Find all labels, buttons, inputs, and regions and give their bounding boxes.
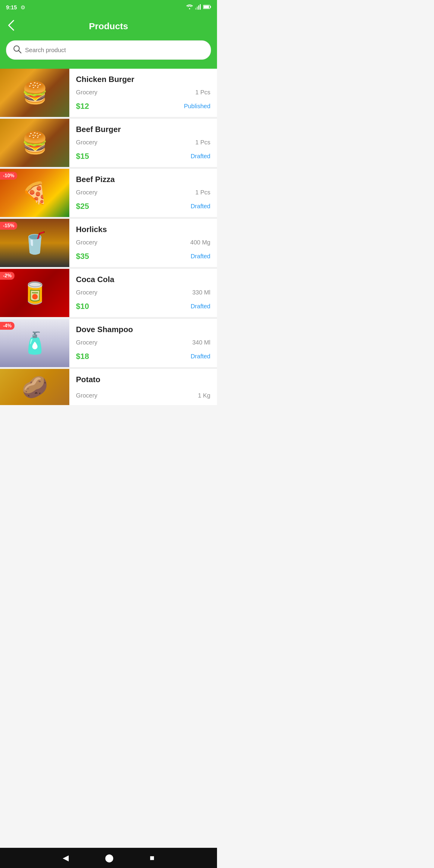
product-category: Grocery [76, 239, 97, 246]
product-meta: Grocery330 Ml [76, 289, 210, 296]
product-name: Beef Pizza [76, 175, 210, 184]
product-category: Grocery [76, 289, 97, 296]
product-price: $10 [76, 302, 89, 311]
product-info: Chicken BurgerGrocery1 Pcs$12Published [69, 69, 217, 117]
status-time: 9:15 [6, 4, 17, 11]
product-bottom: $12Published [76, 101, 210, 111]
product-unit: 1 Pcs [195, 89, 210, 96]
product-category: Grocery [76, 189, 97, 196]
product-category: Grocery [76, 339, 97, 346]
product-bottom: $25Drafted [76, 202, 210, 211]
product-name: Beef Burger [76, 125, 210, 134]
product-meta: Grocery340 Ml [76, 339, 210, 346]
product-image-chicken-burger: 🍔 [0, 69, 69, 117]
search-icon [13, 45, 22, 55]
product-bottom: $35Drafted [76, 252, 210, 261]
product-price: $35 [76, 252, 89, 261]
product-image-beef-pizza: 🍕-10% [0, 169, 69, 217]
search-input[interactable] [25, 47, 204, 54]
product-name: Horlicks [76, 225, 210, 234]
svg-rect-5 [204, 6, 209, 8]
product-bottom: $18Drafted [76, 352, 210, 361]
svg-line-8 [19, 51, 21, 53]
product-image-potato: 🥔 [0, 369, 69, 405]
product-info: PotatoGrocery1 Kg [69, 369, 217, 405]
product-info: Coca ColaGrocery330 Ml$10Drafted [69, 269, 217, 317]
product-image-horlicks: 🥤-15% [0, 219, 69, 267]
signal-icon [195, 4, 201, 11]
search-box[interactable] [6, 40, 211, 60]
product-info: Dove ShampooGrocery340 Ml$18Drafted [69, 319, 217, 367]
discount-badge: -2% [0, 272, 14, 280]
product-category: Grocery [76, 89, 97, 96]
product-price: $18 [76, 352, 89, 361]
product-image-coca-cola: 🥫-2% [0, 269, 69, 317]
product-card[interactable]: 🧴-4%Dove ShampooGrocery340 Ml$18Drafted [0, 319, 217, 367]
product-unit: 1 Pcs [195, 189, 210, 196]
product-info: HorlicksGrocery400 Mg$35Drafted [69, 219, 217, 267]
product-card[interactable]: 🍕-10%Beef PizzaGrocery1 Pcs$25Drafted [0, 169, 217, 217]
product-info: Beef PizzaGrocery1 Pcs$25Drafted [69, 169, 217, 217]
product-card[interactable]: 🥔PotatoGrocery1 Kg [0, 369, 217, 405]
product-status: Drafted [190, 353, 210, 360]
product-emoji: 🍔 [0, 119, 69, 167]
page-title: Products [89, 21, 128, 31]
product-name: Dove Shampoo [76, 325, 210, 334]
back-button[interactable] [7, 20, 14, 33]
product-emoji: 🍔 [0, 69, 69, 117]
discount-badge: -4% [0, 322, 14, 330]
discount-badge: -15% [0, 222, 17, 230]
product-price: $12 [76, 101, 89, 111]
product-status: Drafted [190, 303, 210, 310]
svg-rect-6 [210, 6, 211, 8]
svg-rect-3 [200, 4, 201, 10]
settings-icon: ⚙ [21, 4, 25, 11]
product-bottom: $15Drafted [76, 152, 210, 161]
product-status: Drafted [190, 153, 210, 160]
battery-icon [203, 5, 211, 10]
product-unit: 1 Pcs [195, 139, 210, 146]
product-image-beef-burger: 🍔 [0, 119, 69, 167]
product-emoji: 🥔 [0, 369, 69, 405]
product-info: Beef BurgerGrocery1 Pcs$15Drafted [69, 119, 217, 167]
product-status: Published [184, 103, 210, 110]
product-bottom: $10Drafted [76, 302, 210, 311]
product-category: Grocery [76, 392, 97, 399]
product-image-dove-shampoo: 🧴-4% [0, 319, 69, 367]
product-status: Drafted [190, 253, 210, 260]
discount-badge: -10% [0, 172, 17, 180]
product-name: Coca Cola [76, 275, 210, 284]
svg-rect-2 [198, 5, 199, 10]
product-meta: Grocery1 Pcs [76, 139, 210, 146]
product-meta: Grocery1 Kg [76, 392, 210, 399]
svg-rect-1 [197, 7, 198, 10]
product-category: Grocery [76, 139, 97, 146]
product-unit: 330 Ml [192, 289, 210, 296]
top-bar: Products [0, 15, 217, 40]
product-card[interactable]: 🥫-2%Coca ColaGrocery330 Ml$10Drafted [0, 269, 217, 317]
product-card[interactable]: 🥤-15%HorlicksGrocery400 Mg$35Drafted [0, 219, 217, 267]
product-meta: Grocery400 Mg [76, 239, 210, 246]
status-bar: 9:15 ⚙ [0, 0, 217, 15]
product-meta: Grocery1 Pcs [76, 189, 210, 196]
product-name: Potato [76, 375, 210, 384]
product-status: Drafted [190, 203, 210, 210]
product-meta: Grocery1 Pcs [76, 89, 210, 96]
product-card[interactable]: 🍔Chicken BurgerGrocery1 Pcs$12Published [0, 69, 217, 117]
product-name: Chicken Burger [76, 75, 210, 84]
search-container [0, 40, 217, 69]
product-list: 🍔Chicken BurgerGrocery1 Pcs$12Published🍔… [0, 69, 217, 405]
product-price: $15 [76, 152, 89, 161]
svg-rect-0 [195, 8, 196, 10]
product-unit: 400 Mg [190, 239, 210, 246]
product-unit: 340 Ml [192, 339, 210, 346]
product-price: $25 [76, 202, 89, 211]
product-card[interactable]: 🍔Beef BurgerGrocery1 Pcs$15Drafted [0, 119, 217, 167]
wifi-icon [186, 4, 193, 10]
product-unit: 1 Kg [198, 392, 210, 399]
